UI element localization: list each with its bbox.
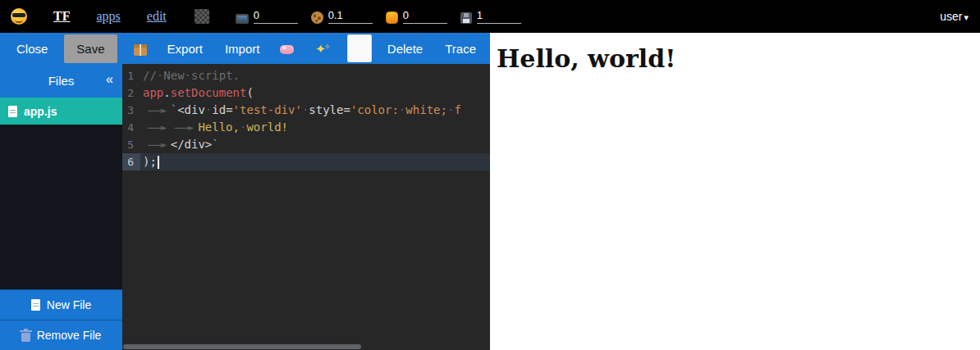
sparkles-button[interactable]	[306, 35, 334, 61]
stat-value[interactable]: 0	[403, 9, 447, 24]
sidebar: Files « app.js New FileRemove File	[0, 64, 122, 350]
code-content: app.setDocument(	[140, 84, 490, 102]
action-label: Remove File	[37, 329, 102, 342]
blank-button[interactable]	[347, 34, 371, 62]
code-content: →→Hello,·world!	[140, 119, 490, 136]
delete-button[interactable]: Delete	[379, 37, 431, 61]
code-token: 'color:	[350, 103, 399, 116]
code-line[interactable]: 5→</div>`	[122, 136, 490, 153]
line-number: 6	[122, 153, 140, 170]
new-file-button[interactable]: New File	[0, 289, 122, 320]
text-cursor	[158, 156, 159, 169]
files-title: Files	[0, 74, 122, 88]
new-file-icon	[31, 299, 40, 311]
stat-monitor: 0	[236, 9, 298, 24]
code-token: 'test-div'	[233, 103, 302, 116]
line-number: 5	[122, 136, 140, 153]
tab-whitespace-icon: →	[143, 102, 171, 119]
file-icon	[8, 106, 17, 117]
topbar-links: TFappsedit	[27, 9, 167, 24]
package-button[interactable]	[127, 36, 153, 60]
collapse-sidebar-button[interactable]: «	[106, 72, 113, 87]
code-token: `	[171, 103, 177, 116]
topbar-link-tf[interactable]: TF	[53, 9, 70, 24]
stat-value[interactable]: 1	[477, 9, 521, 24]
pixel-art-icon[interactable]	[195, 9, 209, 24]
stat-value[interactable]: 0	[254, 9, 298, 24]
code-token: `	[212, 138, 218, 151]
topbar-link-edit[interactable]: edit	[147, 9, 167, 24]
code-token: <div	[177, 103, 205, 116]
tab-whitespace-icon: →	[143, 119, 171, 136]
topbar-stats: 00.101	[209, 9, 521, 24]
preview-pane: Hello, world!	[490, 33, 980, 350]
stat-cookie: 0.1	[311, 9, 373, 24]
topbar-link-apps[interactable]: apps	[96, 9, 120, 24]
stat-value[interactable]: 0.1	[328, 9, 373, 24]
file-list: app.js	[0, 98, 122, 289]
line-number: 1	[122, 67, 140, 84]
code-editor[interactable]: 1//·New·script.2app.setDocument(3→`<div·…	[122, 64, 490, 350]
code-line[interactable]: 6);	[122, 153, 490, 170]
soap-button[interactable]	[273, 37, 300, 61]
code-content: →`<div·id='test-div'·style='color:·white…	[140, 102, 490, 119]
user-menu[interactable]: user▾	[940, 10, 969, 23]
import-button[interactable]: Import	[217, 37, 268, 61]
monitor-icon	[236, 14, 249, 24]
code-token: id=	[212, 103, 232, 116]
code-token: Hello,	[198, 120, 240, 134]
code-token: New	[163, 69, 184, 82]
caret-down-icon: ▾	[964, 12, 969, 22]
stat-floppy: 1	[460, 9, 521, 24]
code-line[interactable]: 2app.setDocument(	[122, 84, 490, 102]
line-number: 3	[122, 102, 140, 119]
trash-icon	[21, 333, 30, 342]
code-token: world!	[246, 120, 288, 134]
trace-button[interactable]: Trace	[437, 37, 484, 61]
sidebar-actions: New FileRemove File	[0, 289, 122, 350]
code-token: (	[246, 86, 253, 99]
smiley-sunglasses-icon	[11, 8, 27, 25]
line-number: 4	[122, 119, 140, 136]
topbar: TFappsedit 00.101 user▾	[0, 0, 980, 33]
app-window: TFappsedit 00.101 user▾ CloseSaveExportI…	[0, 0, 980, 350]
export-button[interactable]: Export	[159, 37, 211, 61]
save-button[interactable]: Save	[64, 34, 117, 63]
code-token: style=	[309, 103, 350, 116]
coin-icon	[386, 11, 398, 24]
floppy-icon	[460, 12, 472, 24]
logo	[11, 8, 27, 25]
code-line[interactable]: 4→→Hello,·world!	[122, 119, 490, 136]
code-content: →</div>`	[140, 136, 490, 153]
sparkles-icon	[313, 42, 327, 57]
code-token: f	[454, 103, 460, 116]
package-icon	[134, 44, 147, 56]
close-button[interactable]: Close	[8, 37, 56, 61]
user-label: user	[940, 10, 962, 23]
code-content: );	[140, 153, 490, 170]
code-token: white;	[405, 103, 447, 116]
hscroll-thumb[interactable]	[123, 344, 361, 349]
code-token: script.	[191, 69, 240, 82]
code-token: ·	[185, 69, 191, 82]
code-line[interactable]: 3→`<div·id='test-div'·style='color:·whit…	[122, 102, 490, 119]
hscrollbar[interactable]	[123, 344, 489, 349]
code-token: setDocument	[171, 86, 247, 99]
code-content: //·New·script.	[140, 67, 490, 84]
cookie-icon	[311, 11, 323, 24]
tab-whitespace-icon: →	[143, 136, 171, 153]
code-token: //	[143, 69, 157, 82]
code-line[interactable]: 1//·New·script.	[122, 67, 490, 84]
files-header: Files «	[0, 64, 122, 98]
soap-icon	[280, 45, 294, 54]
code-token: );	[143, 155, 157, 168]
file-item[interactable]: app.js	[0, 98, 122, 125]
stat-coin: 0	[386, 9, 447, 24]
action-label: New File	[47, 298, 91, 311]
code-token: .	[163, 86, 170, 99]
code-token: </div>	[171, 138, 213, 151]
line-number: 2	[122, 84, 140, 102]
code-token: app	[143, 86, 163, 99]
remove-file-button[interactable]: Remove File	[0, 320, 122, 350]
file-name: app.js	[24, 105, 57, 118]
